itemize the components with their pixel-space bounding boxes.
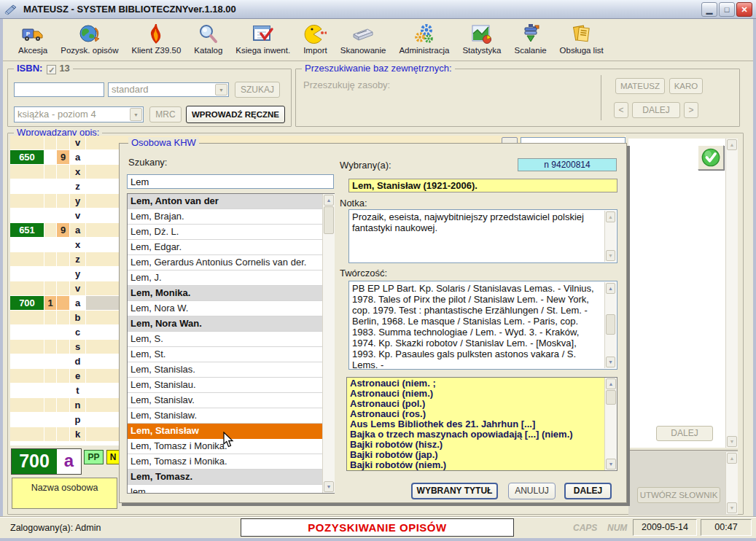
pp-badge[interactable]: PP xyxy=(84,450,104,464)
khw-list-item[interactable]: Lem, Brajan. xyxy=(128,209,334,225)
khw-search-input[interactable] xyxy=(127,174,334,189)
dalej-button-dialog[interactable]: DALEJ xyxy=(564,483,612,499)
scrollbar-thumb[interactable] xyxy=(606,314,615,335)
title-list-item[interactable]: Astronauci (niem. ; xyxy=(350,378,602,389)
khw-list-item[interactable]: Lem, Stanislas. xyxy=(128,362,334,378)
marc-tag-cell xyxy=(10,311,44,325)
title-list-item[interactable]: Bajki robotów (hisz.) xyxy=(350,440,602,450)
marc-indicator1-cell: 1 xyxy=(44,296,57,311)
scroll-down-icon[interactable] xyxy=(324,481,334,492)
title-list-item[interactable]: Astronauci (niem.) xyxy=(350,389,602,399)
toolbar-button-pozysk-opisow[interactable]: Pozysk. opisów xyxy=(54,22,125,55)
tworczosc-textarea[interactable]: PB EP LP Bart. Kp. Solaris / Stanislavas… xyxy=(348,281,617,370)
scroll-down-icon[interactable] xyxy=(606,459,616,470)
mrc-button[interactable]: MRC xyxy=(149,106,182,122)
marc-tag-cell: 650 xyxy=(10,150,44,165)
khw-list-item[interactable]: Lem, Stanislav. xyxy=(128,393,334,408)
titles-scrollbar[interactable] xyxy=(604,378,617,470)
scroll-up-icon[interactable] xyxy=(727,139,737,150)
khw-list-item[interactable]: lem xyxy=(128,485,334,494)
toolbar-button-import[interactable]: Import xyxy=(297,22,334,55)
toolbar-button-klient-z3950[interactable]: Klient Z39.50 xyxy=(125,22,188,55)
title-list-item[interactable]: Astronauci (ros.) xyxy=(350,409,602,419)
karo-button[interactable]: KARO xyxy=(669,78,703,94)
n-badge[interactable]: N xyxy=(106,450,120,464)
scroll-up-icon[interactable] xyxy=(606,378,616,389)
scroll-up-icon[interactable] xyxy=(606,211,615,222)
isbn13-checkbox[interactable]: ✓ xyxy=(47,65,56,74)
chevron-down-icon[interactable]: ▼ xyxy=(215,84,227,96)
toolbar-button-akcesja[interactable]: P Akcesja xyxy=(12,22,54,55)
khw-list-item[interactable]: Lem, Nora W. xyxy=(128,301,334,316)
notka-scrollbar[interactable] xyxy=(604,211,616,262)
close-button[interactable]: ✕ xyxy=(736,2,752,17)
wybrany-tytul-button[interactable]: WYBRANY TYTUŁ xyxy=(411,483,498,499)
title-list-item[interactable]: Bajki robotów (niem.) xyxy=(350,460,602,470)
scroll-up-icon[interactable] xyxy=(606,283,615,294)
scroll-down-icon[interactable] xyxy=(727,502,737,513)
next-page-button[interactable]: > xyxy=(684,102,698,118)
khw-list-item[interactable]: Lem, Stanislau. xyxy=(128,378,334,393)
khw-list-item[interactable]: Lem, Stanislaw. xyxy=(128,408,334,424)
scroll-down-icon[interactable] xyxy=(727,436,737,447)
scroll-up-icon[interactable] xyxy=(727,453,737,464)
notka-textarea[interactable]: Prozaik, eseista, najwybitniejszy przeds… xyxy=(348,209,617,263)
chevron-down-icon[interactable]: ▼ xyxy=(130,108,142,121)
khw-list-item[interactable]: Lem, Dż. L. xyxy=(128,225,334,240)
prev-page-button[interactable]: < xyxy=(614,102,628,118)
khw-result-list[interactable]: Lem, Anton van der Lem, Brajan. Lem, Dż.… xyxy=(127,193,335,494)
minimize-button[interactable]: ▁ xyxy=(701,2,717,17)
khw-list-item[interactable]: Lem, Nora Wan. xyxy=(128,316,334,332)
dictionary-scrollbar[interactable] xyxy=(725,452,738,514)
check-circle-icon xyxy=(701,147,721,168)
khw-list-item[interactable]: Lem, Gerardus Antonius Cornelis van der. xyxy=(128,255,334,270)
khw-list-item[interactable]: Lem, St. xyxy=(128,347,334,362)
scrollbar-thumb[interactable] xyxy=(324,206,334,234)
khw-list-item[interactable]: Lem, Tomasz i Monika. xyxy=(128,454,334,470)
title-list-item[interactable]: Astronauci (pol.) xyxy=(350,399,602,409)
szukaj-button[interactable]: SZUKAJ xyxy=(235,82,280,98)
marc-indicator1-cell xyxy=(44,325,57,340)
app-icon xyxy=(4,4,17,15)
khw-list-item[interactable]: Lem, Edgar. xyxy=(128,240,334,255)
toolbar-button-skanowanie[interactable]: Skanowanie xyxy=(334,22,393,55)
toolbar-button-ksiega-inwent[interactable]: Ksiega inwent. xyxy=(229,22,297,55)
confirm-button[interactable] xyxy=(698,145,724,170)
toolbar-label: Skanowanie xyxy=(340,46,386,55)
khw-list-item[interactable]: Lem, S. xyxy=(128,332,334,347)
results-scrollbar[interactable] xyxy=(725,139,738,448)
scroll-down-icon[interactable] xyxy=(606,250,615,261)
maximize-button[interactable]: □ xyxy=(719,2,735,17)
manual-entry-button[interactable]: WPROWADŹ RĘCZNE xyxy=(186,106,285,123)
khw-list-item[interactable]: Lem, Monika. xyxy=(128,286,334,301)
title-list-item[interactable]: Aus Lems Bibliothek des 21. Jahrhun [...… xyxy=(350,419,602,429)
toolbar-button-katalog[interactable]: Katalog xyxy=(187,22,229,55)
toolbar-button-statystyka[interactable]: Statystyka xyxy=(456,22,507,55)
khw-list-item[interactable]: Lem, J. xyxy=(128,270,334,286)
title-list-item[interactable]: Bajka o trzech maszynach opowiadają [...… xyxy=(350,429,602,440)
toolbar-button-obsluga-list[interactable]: Obsługa list xyxy=(553,22,610,55)
titles-list[interactable]: Astronauci (niem. ; Astronauci (niem.) A… xyxy=(346,377,617,471)
khw-list-scrollbar[interactable] xyxy=(322,194,335,493)
khw-list-item[interactable]: Lem, Anton van der xyxy=(128,194,334,209)
isbn-input[interactable] xyxy=(14,82,104,97)
window-title: MATEUSZ - SYSTEM BIBLIOTECZNY xyxy=(23,4,189,15)
dalej-button-results[interactable]: DALEJ xyxy=(656,426,713,441)
record-level-select[interactable]: książka - poziom 4 ▼ xyxy=(14,106,144,122)
isbn-panel: ISBN:✓13 standard ▼ SZUKAJ książka - poz… xyxy=(7,69,292,127)
scroll-down-icon[interactable] xyxy=(606,357,615,367)
create-dictionary-button[interactable]: UTWÓRZ SŁOWNIK xyxy=(637,487,720,503)
toolbar-button-scalanie[interactable]: Scalanie xyxy=(507,22,553,55)
scanner-icon xyxy=(351,23,375,46)
anuluj-button[interactable]: ANULUJ xyxy=(508,483,556,499)
scroll-up-icon[interactable] xyxy=(324,195,334,206)
title-list-item[interactable]: Bajki robotów (jap.) xyxy=(350,450,602,460)
marc-indicator2-cell: 9 xyxy=(57,223,70,238)
scrollbar-thumb[interactable] xyxy=(606,390,616,405)
isbn-format-select[interactable]: standard ▼ xyxy=(108,82,229,97)
khw-list-item[interactable]: Lem, Tomasz. xyxy=(128,470,334,485)
tworczosc-scrollbar[interactable] xyxy=(604,282,616,368)
toolbar-button-administracja[interactable]: Administracja xyxy=(392,22,456,55)
mateusz-button[interactable]: MATEUSZ xyxy=(615,78,665,94)
dalej-button-external[interactable]: DALEJ xyxy=(632,102,680,118)
